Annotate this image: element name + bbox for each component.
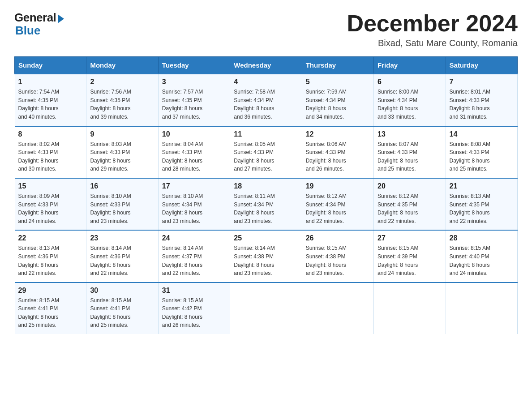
calendar-cell: 10Sunrise: 8:04 AMSunset: 4:33 PMDayligh… (158, 126, 230, 178)
calendar-cell: 24Sunrise: 8:14 AMSunset: 4:37 PMDayligh… (158, 230, 230, 282)
calendar-cell: 23Sunrise: 8:14 AMSunset: 4:36 PMDayligh… (86, 230, 158, 282)
day-info: Sunrise: 8:13 AMSunset: 4:35 PMDaylight:… (450, 192, 514, 225)
day-number: 23 (90, 234, 154, 242)
day-number: 27 (378, 234, 442, 242)
day-info: Sunrise: 8:15 AMSunset: 4:42 PMDaylight:… (162, 296, 226, 330)
day-number: 13 (378, 130, 442, 138)
day-info: Sunrise: 8:14 AMSunset: 4:37 PMDaylight:… (162, 244, 226, 277)
weekday-header-friday: Friday (374, 57, 446, 74)
calendar-cell (374, 283, 446, 334)
calendar-cell: 9Sunrise: 8:03 AMSunset: 4:33 PMDaylight… (86, 126, 158, 178)
page-header: General Blue December 2024 Bixad, Satu M… (14, 11, 518, 48)
logo-blue-text: Blue (15, 24, 40, 38)
calendar-cell: 7Sunrise: 8:01 AMSunset: 4:33 PMDaylight… (446, 74, 517, 126)
day-number: 29 (18, 287, 83, 295)
weekday-header-wednesday: Wednesday (230, 57, 302, 74)
day-info: Sunrise: 8:08 AMSunset: 4:33 PMDaylight:… (450, 140, 514, 173)
weekday-header-row: SundayMondayTuesdayWednesdayThursdayFrid… (15, 57, 518, 74)
calendar-cell: 18Sunrise: 8:11 AMSunset: 4:34 PMDayligh… (230, 178, 302, 230)
day-number: 30 (90, 287, 154, 295)
weekday-header-monday: Monday (86, 57, 158, 74)
calendar-cell: 12Sunrise: 8:06 AMSunset: 4:33 PMDayligh… (302, 126, 373, 178)
calendar-cell: 5Sunrise: 7:59 AMSunset: 4:34 PMDaylight… (302, 74, 373, 126)
day-number: 20 (378, 182, 442, 190)
day-number: 5 (306, 78, 370, 86)
day-info: Sunrise: 8:06 AMSunset: 4:33 PMDaylight:… (306, 140, 370, 173)
day-info: Sunrise: 8:10 AMSunset: 4:33 PMDaylight:… (90, 192, 154, 225)
day-info: Sunrise: 7:54 AMSunset: 4:35 PMDaylight:… (18, 88, 83, 121)
day-number: 25 (234, 234, 298, 242)
day-number: 22 (18, 234, 83, 242)
day-info: Sunrise: 8:11 AMSunset: 4:34 PMDaylight:… (234, 192, 298, 225)
calendar-cell: 4Sunrise: 7:58 AMSunset: 4:34 PMDaylight… (230, 74, 302, 126)
calendar-cell (302, 283, 373, 334)
week-row-4: 22Sunrise: 8:13 AMSunset: 4:36 PMDayligh… (15, 230, 518, 282)
day-info: Sunrise: 8:01 AMSunset: 4:33 PMDaylight:… (450, 88, 514, 121)
day-info: Sunrise: 8:13 AMSunset: 4:36 PMDaylight:… (18, 244, 83, 277)
calendar-cell: 15Sunrise: 8:09 AMSunset: 4:33 PMDayligh… (15, 178, 86, 230)
day-number: 1 (18, 78, 83, 86)
calendar-cell: 16Sunrise: 8:10 AMSunset: 4:33 PMDayligh… (86, 178, 158, 230)
calendar-cell: 31Sunrise: 8:15 AMSunset: 4:42 PMDayligh… (158, 283, 230, 334)
day-info: Sunrise: 8:15 AMSunset: 4:40 PMDaylight:… (450, 244, 514, 277)
week-row-3: 15Sunrise: 8:09 AMSunset: 4:33 PMDayligh… (15, 178, 518, 230)
day-info: Sunrise: 8:12 AMSunset: 4:34 PMDaylight:… (306, 192, 370, 225)
day-number: 15 (18, 182, 83, 190)
logo-general-text: General (14, 11, 56, 25)
calendar-cell: 11Sunrise: 8:05 AMSunset: 4:33 PMDayligh… (230, 126, 302, 178)
logo: General Blue (14, 11, 64, 38)
calendar-cell: 22Sunrise: 8:13 AMSunset: 4:36 PMDayligh… (15, 230, 86, 282)
day-number: 3 (162, 78, 226, 86)
calendar-cell: 20Sunrise: 8:12 AMSunset: 4:35 PMDayligh… (374, 178, 446, 230)
day-number: 28 (450, 234, 514, 242)
day-info: Sunrise: 7:57 AMSunset: 4:35 PMDaylight:… (162, 88, 226, 121)
calendar-cell: 1Sunrise: 7:54 AMSunset: 4:35 PMDaylight… (15, 74, 86, 126)
calendar-cell: 14Sunrise: 8:08 AMSunset: 4:33 PMDayligh… (446, 126, 517, 178)
day-number: 4 (234, 78, 298, 86)
day-info: Sunrise: 8:10 AMSunset: 4:34 PMDaylight:… (162, 192, 226, 225)
day-number: 24 (162, 234, 226, 242)
day-info: Sunrise: 8:07 AMSunset: 4:33 PMDaylight:… (378, 140, 442, 173)
calendar-cell: 13Sunrise: 8:07 AMSunset: 4:33 PMDayligh… (374, 126, 446, 178)
calendar-cell: 17Sunrise: 8:10 AMSunset: 4:34 PMDayligh… (158, 178, 230, 230)
day-number: 11 (234, 130, 298, 138)
day-number: 31 (162, 287, 226, 295)
calendar-cell: 26Sunrise: 8:15 AMSunset: 4:38 PMDayligh… (302, 230, 373, 282)
weekday-header-thursday: Thursday (302, 57, 373, 74)
day-number: 18 (234, 182, 298, 190)
calendar-cell: 8Sunrise: 8:02 AMSunset: 4:33 PMDaylight… (15, 126, 86, 178)
day-number: 10 (162, 130, 226, 138)
day-info: Sunrise: 8:14 AMSunset: 4:38 PMDaylight:… (234, 244, 298, 277)
week-row-1: 1Sunrise: 7:54 AMSunset: 4:35 PMDaylight… (15, 74, 518, 126)
calendar-cell: 25Sunrise: 8:14 AMSunset: 4:38 PMDayligh… (230, 230, 302, 282)
day-info: Sunrise: 8:05 AMSunset: 4:33 PMDaylight:… (234, 140, 298, 173)
calendar-cell: 30Sunrise: 8:15 AMSunset: 4:41 PMDayligh… (86, 283, 158, 334)
calendar-cell: 2Sunrise: 7:56 AMSunset: 4:35 PMDaylight… (86, 74, 158, 126)
day-number: 6 (378, 78, 442, 86)
day-info: Sunrise: 8:14 AMSunset: 4:36 PMDaylight:… (90, 244, 154, 277)
day-info: Sunrise: 7:58 AMSunset: 4:34 PMDaylight:… (234, 88, 298, 121)
day-info: Sunrise: 7:56 AMSunset: 4:35 PMDaylight:… (90, 88, 154, 121)
day-info: Sunrise: 8:09 AMSunset: 4:33 PMDaylight:… (18, 192, 83, 225)
calendar-cell: 21Sunrise: 8:13 AMSunset: 4:35 PMDayligh… (446, 178, 517, 230)
day-number: 9 (90, 130, 154, 138)
calendar-cell: 19Sunrise: 8:12 AMSunset: 4:34 PMDayligh… (302, 178, 373, 230)
month-title: December 2024 (347, 11, 518, 36)
day-info: Sunrise: 8:02 AMSunset: 4:33 PMDaylight:… (18, 140, 83, 173)
day-number: 19 (306, 182, 370, 190)
location-subtitle: Bixad, Satu Mare County, Romania (347, 38, 518, 48)
calendar-cell (446, 283, 517, 334)
day-number: 26 (306, 234, 370, 242)
day-info: Sunrise: 8:00 AMSunset: 4:34 PMDaylight:… (378, 88, 442, 121)
day-number: 14 (450, 130, 514, 138)
weekday-header-sunday: Sunday (15, 57, 86, 74)
day-info: Sunrise: 8:04 AMSunset: 4:33 PMDaylight:… (162, 140, 226, 173)
day-info: Sunrise: 7:59 AMSunset: 4:34 PMDaylight:… (306, 88, 370, 121)
calendar-cell: 3Sunrise: 7:57 AMSunset: 4:35 PMDaylight… (158, 74, 230, 126)
calendar-cell: 29Sunrise: 8:15 AMSunset: 4:41 PMDayligh… (15, 283, 86, 334)
week-row-2: 8Sunrise: 8:02 AMSunset: 4:33 PMDaylight… (15, 126, 518, 178)
day-number: 7 (450, 78, 514, 86)
calendar-cell: 6Sunrise: 8:00 AMSunset: 4:34 PMDaylight… (374, 74, 446, 126)
weekday-header-tuesday: Tuesday (158, 57, 230, 74)
day-number: 2 (90, 78, 154, 86)
